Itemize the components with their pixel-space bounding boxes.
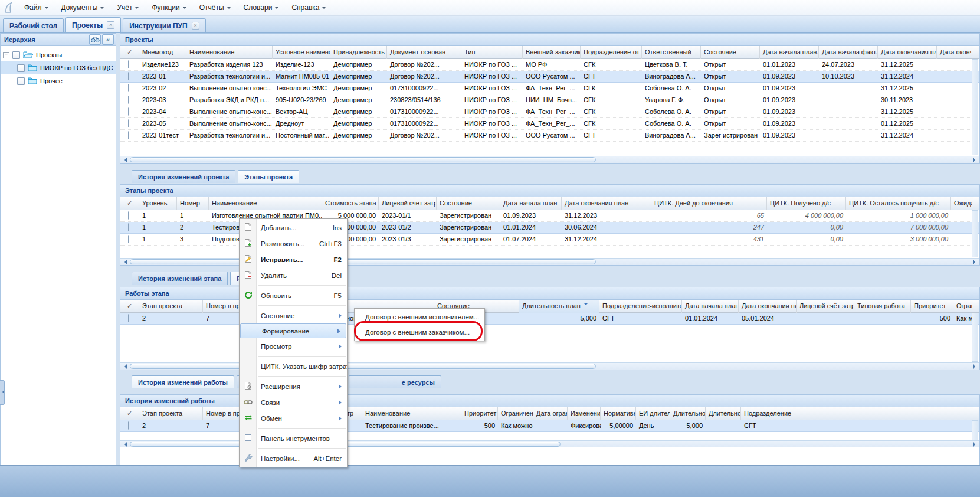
column-header[interactable]: Дата оконча [937, 46, 972, 59]
section-tab-1[interactable]: История изменений работы [132, 375, 234, 388]
scroll-right-icon[interactable] [973, 442, 978, 447]
menubar-item-7[interactable]: Справка [285, 0, 332, 15]
column-header[interactable]: Дата окончания план [562, 197, 651, 210]
section-tab-2[interactable]: Этапы проекта [238, 170, 299, 183]
window-tab-2[interactable]: Проекты× [65, 17, 121, 32]
section-tab-3[interactable]: е ресурсы [349, 375, 441, 388]
scroll-left-icon[interactable] [122, 260, 127, 264]
context-menu-item-2[interactable]: Размножить...Ctrl+F3 [240, 236, 347, 251]
column-header[interactable]: ЦИТК. Дней до окончания [651, 197, 767, 210]
column-header[interactable]: Условное наименова [273, 46, 330, 59]
column-header[interactable]: Дата начала план [500, 197, 562, 210]
tree-item[interactable]: Прочее [1, 74, 116, 87]
column-header[interactable]: ✓ [120, 46, 139, 59]
column-header[interactable]: Тип [461, 46, 523, 59]
table-row[interactable]: 2023-01тестРазработка технологии и...Пос… [120, 130, 979, 142]
column-header[interactable]: Лицевой счёт затр [797, 300, 854, 313]
scrollbar-thumb[interactable] [130, 364, 596, 369]
scroll-left-icon[interactable] [122, 442, 127, 447]
context-menu-item-3[interactable]: Исправить...F2 [240, 251, 347, 267]
column-header[interactable]: Подразделение [741, 407, 972, 420]
table-row[interactable]: 2023-05Выполнение опытно-конс...Дредноут… [120, 118, 979, 130]
table-row[interactable]: 2023-02Выполнение опытно-конс...Технолог… [120, 83, 979, 94]
column-header[interactable]: ✓ [120, 300, 139, 313]
scroll-left-icon[interactable] [122, 364, 127, 369]
column-header[interactable]: Мнемокод [139, 46, 186, 59]
scroll-left-icon[interactable] [122, 158, 127, 162]
column-header[interactable]: Внешний заказчик [523, 46, 581, 59]
window-tab-3[interactable]: Инструкции ПУП× [123, 18, 205, 32]
column-header[interactable]: Стоимость этапа [322, 197, 379, 210]
context-menu-item-15[interactable]: Связи [240, 394, 347, 410]
column-header[interactable]: Состояние [437, 197, 500, 210]
table-row[interactable]: 2023-01Разработка технологии и...Магнит … [120, 71, 979, 83]
column-header[interactable]: Уровень [139, 197, 177, 210]
row-checkbox[interactable] [128, 131, 129, 139]
column-header[interactable]: Этап проекта [139, 407, 203, 420]
menubar-item-6[interactable]: Словари [237, 0, 286, 15]
column-header[interactable]: Дата окончания пл [878, 46, 937, 59]
context-menu-item-16[interactable]: Обмен [240, 410, 347, 426]
context-menu-item-6[interactable]: ОбновитьF5 [240, 287, 347, 303]
menubar-item-5[interactable]: Отчёты [193, 0, 237, 15]
menubar-item-4[interactable]: Функции [145, 0, 192, 15]
column-header[interactable]: Дата начала план. [682, 300, 739, 313]
column-header[interactable]: Лицевой счёт затрат. [379, 197, 437, 210]
column-header[interactable]: Огран [953, 300, 972, 313]
projects-vertical-scrollbar[interactable] [972, 59, 978, 155]
tree-checkbox[interactable] [17, 64, 25, 72]
column-header[interactable]: Дата начала факт. [819, 46, 878, 59]
context-menu-item-9[interactable]: Формирование [240, 323, 346, 338]
tree-checkbox[interactable] [12, 51, 20, 59]
menubar-item-1[interactable]: Файл [18, 0, 55, 15]
menubar-item-3[interactable]: Учёт [110, 0, 145, 15]
tab-close-icon[interactable]: × [107, 21, 114, 29]
column-header[interactable]: Дата ограничения [533, 407, 568, 420]
scroll-right-icon[interactable] [973, 364, 978, 369]
context-menu-item-12[interactable]: ЦИТК. Указать шифр затрат... [240, 358, 347, 374]
column-header[interactable]: Приоритет [461, 407, 498, 420]
column-header[interactable]: Типовая работа [854, 300, 911, 313]
scroll-right-icon[interactable] [973, 158, 978, 162]
table-row[interactable]: 2023-04Выполнение опытно-конс...Вектор-А… [120, 106, 979, 118]
context-menu-item-1[interactable]: Добавить...Ins [240, 220, 347, 236]
context-menu-item-20[interactable]: Настройки...Alt+Enter [240, 450, 347, 466]
column-header[interactable]: Номер [177, 197, 209, 210]
row-checkbox[interactable] [128, 107, 129, 116]
row-checkbox[interactable] [128, 72, 129, 80]
section-tab-1[interactable]: История изменений этапа [132, 272, 228, 285]
column-header[interactable]: ЦИТК. Получено д/с [767, 197, 846, 210]
column-header[interactable]: Наименование [209, 197, 322, 210]
column-header[interactable]: Ответственный [642, 46, 701, 59]
history-vertical-scrollbar[interactable] [972, 420, 978, 440]
column-header[interactable]: Нормативная длит [601, 407, 636, 420]
column-header[interactable]: Принадлежность [330, 46, 387, 59]
column-header[interactable]: ЦИТК. Осталось получить д/с [846, 197, 951, 210]
table-row[interactable]: Изделие123Разработка изделия 123Изделие-… [120, 59, 979, 71]
column-header[interactable]: Дата начала план. [760, 46, 819, 59]
column-header[interactable]: Ограничение [498, 407, 533, 420]
row-checkbox[interactable] [128, 223, 129, 231]
projects-horizontal-scrollbar[interactable] [120, 156, 979, 163]
context-menu-item-4[interactable]: УдалитьDel [240, 267, 347, 283]
context-menu-item-18[interactable]: Панель инструментов [240, 430, 347, 446]
row-checkbox[interactable] [128, 421, 129, 430]
collapse-panel-icon[interactable]: « [102, 34, 114, 45]
scrollbar-thumb[interactable] [130, 259, 596, 264]
tree-item[interactable]: НИОКР по ГОЗ без НДС [1, 61, 116, 74]
column-header[interactable]: Длительность план [519, 300, 599, 313]
column-header[interactable]: Приоритет [911, 300, 953, 313]
column-header[interactable]: Этап проекта [139, 300, 203, 313]
stages-vertical-scrollbar[interactable] [972, 210, 978, 257]
tab-close-icon[interactable]: × [192, 22, 199, 30]
window-tab-1[interactable]: Рабочий стол [3, 18, 64, 32]
column-header[interactable]: ✓ [120, 197, 139, 210]
column-header[interactable]: Наименование [362, 407, 461, 420]
section-tab-1[interactable]: История изменений проекта [132, 170, 235, 183]
tree-item[interactable]: −Проекты [1, 48, 116, 61]
row-checkbox[interactable] [128, 84, 129, 92]
column-header[interactable]: Наименование [186, 46, 273, 59]
table-row[interactable]: 2023-03Разработка ЭКД и РКД н...905-U020… [120, 94, 979, 106]
row-checkbox[interactable] [128, 60, 129, 68]
column-header[interactable]: ЕИ длительности [636, 407, 670, 420]
